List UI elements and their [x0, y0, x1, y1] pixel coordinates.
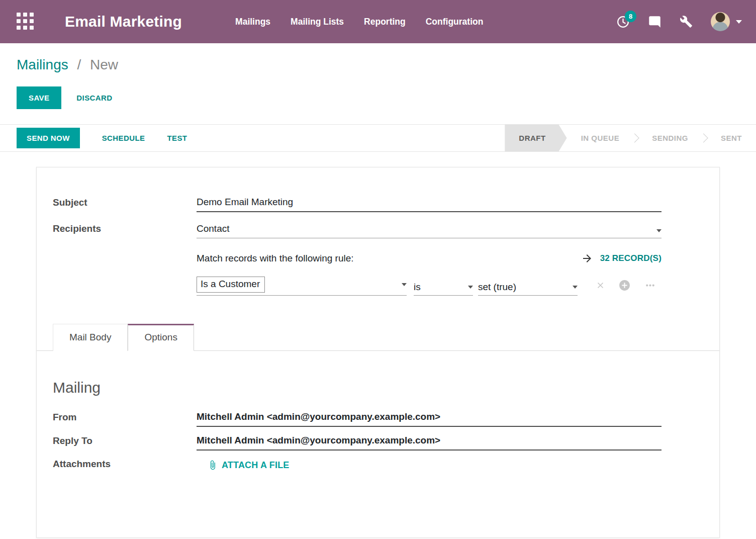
from-row: From Mitchell Admin <admin@yourcompany.e… [53, 411, 703, 427]
menu-configuration[interactable]: Configuration [426, 17, 484, 27]
app-title[interactable]: Email Marketing [65, 13, 182, 30]
control-panel: Mailings / New SAVE DISCARD [0, 43, 756, 109]
send-now-button[interactable]: SEND NOW [17, 128, 80, 148]
tools-icon[interactable] [680, 15, 693, 28]
stage-draft[interactable]: DRAFT [505, 125, 566, 151]
subject-input[interactable]: Demo Email Marketing [197, 197, 662, 212]
from-label: From [53, 412, 197, 427]
subject-row: Subject Demo Email Marketing [53, 197, 703, 212]
subject-label: Subject [53, 197, 197, 212]
control-panel-buttons: SAVE DISCARD [17, 86, 739, 109]
test-button[interactable]: TEST [167, 134, 187, 142]
statusbar-row: SEND NOW SCHEDULE TEST DRAFT IN QUEUE SE… [0, 124, 756, 152]
messages-icon[interactable] [648, 15, 662, 29]
chevron-down-icon [736, 20, 742, 24]
tab-mail-body[interactable]: Mail Body [53, 324, 128, 351]
activity-count-badge: 8 [625, 11, 636, 22]
rule-field-select[interactable]: Is a Customer [197, 277, 407, 296]
top-navbar: Email Marketing Mailings Mailing Lists R… [0, 0, 756, 43]
stage-sent[interactable]: SENT [707, 125, 756, 151]
reply-to-label: Reply To [53, 435, 197, 451]
options-tab-content: Mailing From Mitchell Admin <admin@yourc… [53, 379, 703, 474]
recipients-label: Recipients [53, 223, 197, 238]
add-rule-icon[interactable] [618, 279, 631, 292]
attachments-label: Attachments [53, 459, 197, 474]
mailing-section-heading: Mailing [53, 379, 703, 396]
breadcrumb: Mailings / New [17, 56, 739, 73]
reply-to-input[interactable]: Mitchell Admin <admin@yourcompany.exampl… [197, 435, 662, 451]
dropdown-caret-icon [656, 229, 662, 232]
dropdown-caret-icon [573, 286, 578, 289]
navbar-right: 8 [616, 12, 742, 31]
attachments-row: Attachments ATTACH A FILE [53, 459, 703, 474]
add-branch-ellipsis-icon[interactable] [644, 279, 656, 292]
tab-options[interactable]: Options [128, 324, 194, 351]
paperclip-icon [208, 460, 218, 470]
domain-intro-row: Match records with the following rule: 3… [197, 252, 662, 264]
rule-operator-select[interactable]: is [414, 282, 473, 296]
arrow-right-icon [581, 252, 593, 264]
menu-reporting[interactable]: Reporting [364, 17, 406, 27]
reply-to-row: Reply To Mitchell Admin <admin@yourcompa… [53, 435, 703, 451]
rule-actions [596, 279, 656, 296]
stage-in-queue[interactable]: IN QUEUE [567, 125, 634, 151]
domain-intro-text: Match records with the following rule: [197, 253, 354, 264]
avatar [711, 12, 730, 31]
main-menu: Mailings Mailing Lists Reporting Configu… [235, 17, 483, 27]
activities-clock-icon[interactable]: 8 [616, 15, 630, 29]
apps-menu-icon[interactable] [17, 13, 35, 31]
menu-mailings[interactable]: Mailings [235, 17, 270, 27]
domain-rule-row: Is a Customer is set (true) [197, 277, 703, 296]
discard-button[interactable]: DISCARD [76, 94, 112, 102]
status-pipeline: DRAFT IN QUEUE SENDING SENT [505, 125, 756, 151]
breadcrumb-separator: / [77, 57, 81, 72]
stage-sending[interactable]: SENDING [638, 125, 702, 151]
form-sheet: Subject Demo Email Marketing Recipients … [36, 167, 720, 538]
action-buttons: SEND NOW SCHEDULE TEST [17, 128, 187, 148]
attach-a-file-button[interactable]: ATTACH A FILE [208, 460, 290, 473]
recipients-row: Recipients Contact [53, 223, 703, 238]
breadcrumb-current: New [90, 57, 118, 72]
schedule-button[interactable]: SCHEDULE [102, 134, 145, 142]
menu-mailing-lists[interactable]: Mailing Lists [291, 17, 344, 27]
from-input[interactable]: Mitchell Admin <admin@yourcompany.exampl… [197, 411, 662, 427]
delete-rule-icon[interactable] [596, 281, 605, 290]
records-link[interactable]: 32 RECORD(S) [581, 252, 662, 264]
dropdown-caret-icon [468, 286, 473, 289]
recipients-select[interactable]: Contact [197, 223, 662, 238]
save-button[interactable]: SAVE [17, 86, 61, 109]
notebook-tabs: Mail Body Options [37, 324, 719, 351]
breadcrumb-mailings[interactable]: Mailings [17, 57, 68, 72]
dropdown-caret-icon [402, 283, 407, 286]
rule-value-select[interactable]: set (true) [478, 282, 578, 296]
user-menu[interactable] [711, 12, 742, 31]
